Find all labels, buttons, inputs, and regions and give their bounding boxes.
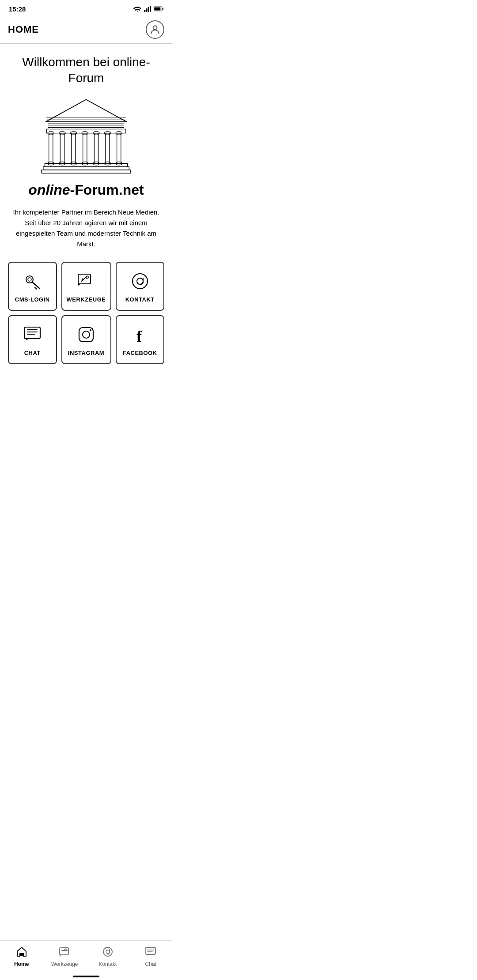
forum-building-svg (38, 96, 135, 176)
description-paragraph: Ihr kompetenter Partner im Bereich Neue … (8, 207, 164, 249)
chat-button[interactable]: CHAT (8, 315, 57, 364)
instagram-button[interactable]: INSTAGRAM (61, 315, 111, 364)
svg-rect-13 (46, 129, 126, 133)
welcome-heading: Willkommen bei online-Forum (8, 54, 164, 87)
building-illustration (8, 96, 164, 176)
svg-point-41 (28, 278, 31, 281)
chat-icon (23, 325, 42, 344)
svg-rect-37 (42, 170, 131, 173)
svg-point-57 (90, 329, 91, 331)
svg-point-7 (153, 26, 157, 30)
person-icon (149, 24, 161, 35)
status-bar: 15:28 (0, 0, 172, 16)
status-time: 15:28 (9, 5, 26, 13)
svg-point-48 (132, 274, 148, 289)
cms-login-button[interactable]: CMS-LOGIN (8, 262, 57, 311)
svg-rect-2 (148, 7, 149, 12)
main-content: Willkommen bei online-Forum (0, 44, 172, 413)
svg-point-56 (83, 331, 90, 338)
svg-rect-14 (49, 133, 53, 163)
svg-rect-5 (154, 7, 160, 10)
tools-icon (76, 271, 96, 291)
wifi-icon (133, 6, 141, 12)
svg-rect-20 (72, 133, 76, 163)
chat-label: CHAT (24, 350, 41, 356)
svg-rect-6 (163, 8, 163, 10)
signal-icon (144, 6, 151, 12)
svg-rect-36 (43, 166, 129, 170)
svg-line-43 (37, 286, 38, 287)
svg-rect-26 (94, 133, 98, 163)
facebook-icon: f (130, 325, 150, 344)
svg-rect-29 (106, 133, 110, 163)
brand-italic: online (28, 182, 70, 198)
svg-rect-3 (150, 6, 151, 11)
brand-rest: -Forum.net (70, 182, 144, 198)
facebook-label: FACEBOOK (123, 350, 157, 356)
werkzeuge-button[interactable]: WERKZEUGE (61, 262, 111, 311)
werkzeuge-label: WERKZEUGE (67, 296, 106, 303)
brand-heading: online-Forum.net (8, 182, 164, 198)
svg-rect-23 (83, 133, 87, 163)
instagram-icon (76, 325, 96, 344)
svg-line-44 (35, 287, 37, 289)
kontakt-label: KONTAKT (125, 296, 155, 303)
facebook-button[interactable]: f FACEBOOK (116, 315, 165, 364)
svg-marker-8 (45, 99, 126, 121)
key-icon (23, 271, 42, 291)
svg-rect-0 (144, 10, 145, 12)
svg-text:f: f (136, 328, 142, 344)
page-title: HOME (8, 24, 39, 35)
at-icon (130, 271, 150, 291)
app-header: HOME (0, 16, 172, 44)
kontakt-button[interactable]: KONTAKT (116, 262, 165, 311)
button-grid: CMS-LOGIN WERKZEUGE (8, 262, 164, 364)
profile-avatar-button[interactable] (146, 20, 164, 39)
battery-icon (154, 6, 163, 11)
svg-rect-32 (117, 133, 121, 163)
instagram-label: INSTAGRAM (68, 350, 104, 356)
status-icons (133, 6, 163, 12)
svg-rect-1 (146, 8, 147, 11)
svg-rect-51 (24, 327, 40, 339)
cms-login-label: CMS-LOGIN (15, 296, 50, 303)
svg-rect-17 (60, 133, 64, 163)
